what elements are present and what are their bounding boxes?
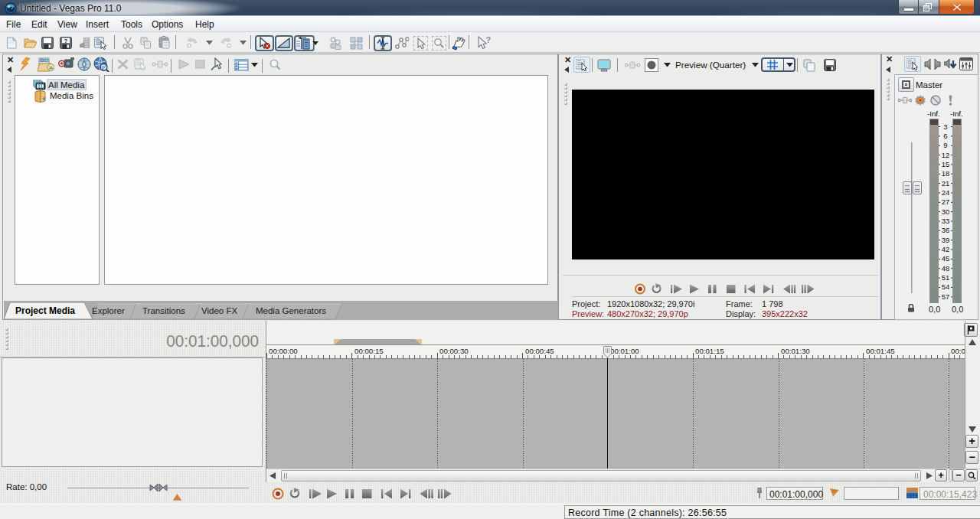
svg-text:33: 33 (942, 217, 950, 225)
svg-text:21: 21 (942, 179, 950, 188)
svg-text:15: 15 (942, 160, 950, 168)
svg-text:45: 45 (942, 254, 950, 263)
svg-text:54: 54 (942, 282, 950, 291)
svg-text:36: 36 (942, 226, 950, 234)
svg-text:3: 3 (943, 122, 947, 131)
svg-text:51: 51 (942, 273, 950, 282)
svg-text:24: 24 (942, 188, 950, 197)
svg-text:?: ? (64, 38, 68, 44)
svg-text:9: 9 (943, 141, 947, 149)
svg-text:27: 27 (942, 197, 950, 206)
svg-text:57: 57 (942, 292, 950, 301)
svg-text:12: 12 (942, 151, 950, 159)
svg-text:42: 42 (942, 245, 950, 253)
svg-text:18: 18 (942, 169, 950, 178)
svg-text:6: 6 (943, 132, 947, 140)
svg-text:48: 48 (942, 264, 950, 273)
svg-text:39: 39 (942, 236, 950, 244)
svg-text:30: 30 (942, 207, 950, 216)
svg-text:?: ? (486, 36, 492, 44)
